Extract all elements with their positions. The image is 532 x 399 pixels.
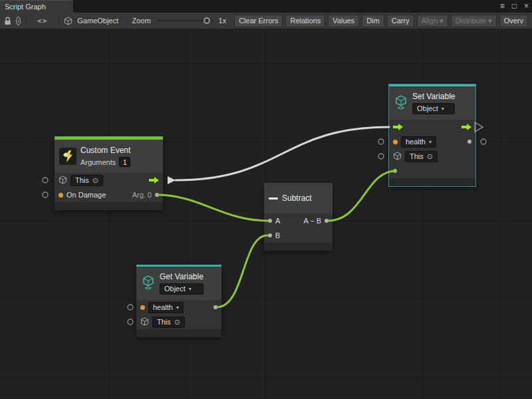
zoom-value: 1x (219, 17, 227, 25)
overview-button[interactable]: Overv (499, 15, 528, 27)
zoom-label: Zoom (132, 17, 150, 25)
new-value-input-port[interactable] (393, 169, 397, 173)
node-title: Set Variable (412, 92, 455, 101)
variable-scope-dropdown[interactable]: Object ▾ (160, 283, 203, 295)
variable-name-dropdown[interactable]: health ▾ (401, 136, 436, 148)
outer-port-ring[interactable] (481, 139, 486, 144)
gameobject-label[interactable]: GameObject (77, 17, 118, 25)
toolbar-separator (59, 16, 59, 26)
node-title: Get Variable (160, 272, 203, 281)
outer-flow-triangle[interactable] (475, 122, 483, 132)
chevron-down-icon: ▾ (429, 138, 432, 146)
target-object-value: This (75, 176, 89, 185)
variable-name-value: health (406, 138, 426, 146)
set-variable-header[interactable]: <> Set Variable Object ▾ (389, 86, 475, 120)
arguments-label: Arguments (80, 158, 116, 166)
get-variable-header[interactable]: <> Get Variable Object ▾ (136, 267, 221, 300)
maximize-icon[interactable]: □ (512, 0, 517, 13)
lock-icon[interactable] (4, 17, 11, 25)
flow-input-port[interactable] (393, 124, 403, 130)
dim-button[interactable]: Dim (362, 15, 384, 27)
event-name-label: On Damage (66, 191, 106, 199)
values-button[interactable]: Values (328, 15, 359, 27)
target-object-value: This (157, 318, 171, 327)
gameobject-cube-icon (140, 317, 149, 327)
node-title: Custom Event (80, 146, 130, 155)
carry-button[interactable]: Carry (387, 15, 414, 27)
outer-port-ring[interactable] (43, 178, 48, 183)
target-object-field[interactable]: This ⊙ (405, 151, 438, 162)
variable-scope-dropdown[interactable]: Object ▾ (412, 103, 455, 114)
info-icon[interactable]: i (16, 17, 21, 25)
target-object-field[interactable]: This ⊙ (70, 175, 103, 186)
outer-port-ring[interactable] (128, 305, 133, 310)
wire-getvariable-to-subtract-b[interactable] (217, 235, 267, 307)
arg0-output-port[interactable] (155, 193, 159, 197)
outer-port-ring[interactable] (378, 139, 384, 144)
value-output-port[interactable] (467, 140, 471, 144)
outer-port-ring[interactable] (378, 154, 384, 159)
node-footer (136, 329, 221, 337)
node-set-variable[interactable]: <> Set Variable Object ▾ health ▾ (389, 84, 475, 186)
variable-name-port[interactable] (393, 140, 398, 144)
node-custom-event[interactable]: Custom Event Arguments 1 This ⊙ (55, 136, 163, 210)
event-name-port[interactable] (59, 193, 63, 198)
svg-text:<>: <> (145, 285, 152, 291)
code-icon[interactable]: <> (31, 17, 54, 25)
port-row-target: This ⊙ (136, 315, 221, 329)
node-footer (264, 243, 332, 251)
flow-output-port[interactable] (149, 177, 159, 184)
variable-name-port[interactable] (140, 305, 145, 310)
wire-subtract-to-setvariable[interactable] (328, 171, 396, 221)
port-row-name: health ▾ (389, 134, 475, 149)
flow-output-port[interactable] (462, 124, 471, 130)
node-footer (55, 202, 163, 210)
outer-port-ring[interactable] (128, 319, 133, 325)
relations-button[interactable]: Relations (285, 15, 325, 27)
port-row-b: B (264, 228, 332, 243)
tab-title: Script Graph (5, 3, 46, 11)
value-output-port[interactable] (213, 305, 217, 309)
custom-event-header[interactable]: Custom Event Arguments 1 (55, 140, 163, 173)
variable-cube-icon: <> (394, 95, 408, 111)
clear-errors-button[interactable]: Clear Errors (234, 15, 283, 27)
wire-event-flow[interactable] (176, 127, 389, 180)
node-subtract[interactable]: Subtract A A − B B (264, 183, 332, 251)
port-row-value-input (389, 164, 475, 178)
distribute-button: Distribute ▾ (451, 15, 497, 27)
port-row-flow (389, 120, 475, 134)
graph-toolbar: i <> GameObject Zoom 1x Clear Errors Rel… (0, 13, 532, 29)
object-picker-icon[interactable]: ⊙ (174, 319, 180, 326)
close-icon[interactable]: × (524, 0, 529, 13)
tab-bar: Script Graph ≡ □ × (0, 0, 532, 13)
window-controls: ≡ □ × (500, 0, 529, 13)
gameobject-cube-icon (59, 176, 67, 186)
arguments-count-field[interactable]: 1 (119, 157, 130, 167)
result-output-port[interactable] (325, 219, 329, 223)
scope-value: Object (417, 104, 438, 113)
zoom-slider-handle[interactable] (203, 17, 210, 24)
svg-text:<>: <> (398, 105, 404, 110)
node-get-variable[interactable]: <> Get Variable Object ▾ health ▾ (136, 265, 221, 337)
flow-wire-start-arrow (168, 176, 176, 184)
outer-port-ring[interactable] (43, 192, 48, 198)
zoom-slider[interactable] (157, 17, 213, 25)
input-b-label: B (275, 231, 280, 239)
align-button: Align ▾ (417, 15, 448, 27)
input-b-port[interactable] (268, 233, 272, 237)
subtract-header[interactable]: Subtract (264, 183, 332, 213)
graph-canvas[interactable]: Custom Event Arguments 1 This ⊙ (0, 29, 532, 399)
object-picker-icon[interactable]: ⊙ (92, 177, 98, 184)
arg0-label: Arg. 0 (132, 191, 152, 199)
window-menu-icon[interactable]: ≡ (500, 0, 505, 13)
input-a-port[interactable] (268, 219, 272, 223)
variable-name-dropdown[interactable]: health ▾ (148, 302, 184, 313)
wire-arg0-to-subtract-a[interactable] (157, 195, 267, 221)
scope-value: Object (164, 285, 186, 293)
port-row-target: This ⊙ (55, 173, 163, 188)
variable-cube-icon: <> (141, 275, 156, 291)
chevron-down-icon: ▾ (176, 303, 179, 312)
object-picker-icon[interactable]: ⊙ (427, 153, 433, 160)
tab-script-graph[interactable]: Script Graph (0, 0, 73, 13)
target-object-field[interactable]: This ⊙ (152, 317, 185, 328)
